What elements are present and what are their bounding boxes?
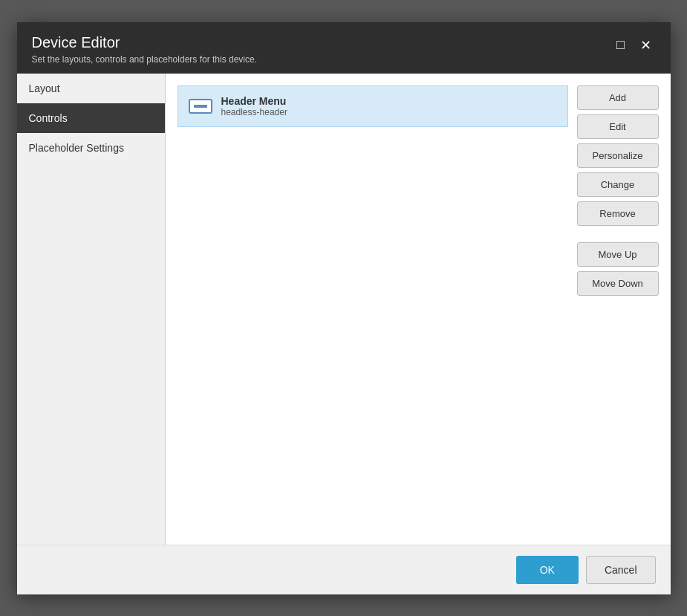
remove-button[interactable]: Remove bbox=[577, 201, 659, 226]
control-text: Header Menu headless-header bbox=[221, 95, 287, 117]
controls-list: Header Menu headless-header bbox=[178, 85, 568, 533]
dialog-body: Layout Controls Placeholder Settings Hea… bbox=[17, 74, 671, 545]
control-icon bbox=[189, 99, 212, 114]
maximize-button[interactable]: □ bbox=[611, 36, 631, 55]
move-up-button[interactable]: Move Up bbox=[577, 242, 659, 267]
button-spacer bbox=[577, 230, 659, 238]
control-name: Header Menu bbox=[221, 95, 287, 107]
dialog-header-controls: □ ✕ bbox=[611, 36, 656, 55]
control-icon-inner bbox=[194, 105, 207, 108]
cancel-button[interactable]: Cancel bbox=[586, 556, 656, 584]
edit-button[interactable]: Edit bbox=[577, 114, 659, 139]
action-buttons: Add Edit Personalize Change Remove Move … bbox=[577, 85, 659, 533]
control-sub: headless-header bbox=[221, 107, 287, 117]
change-button[interactable]: Change bbox=[577, 172, 659, 197]
dialog-subtitle: Set the layouts, controls and placeholde… bbox=[32, 54, 258, 65]
personalize-button[interactable]: Personalize bbox=[577, 143, 659, 168]
dialog-header-text: Device Editor Set the layouts, controls … bbox=[32, 34, 258, 65]
move-down-button[interactable]: Move Down bbox=[577, 271, 659, 296]
dialog-title: Device Editor bbox=[32, 34, 258, 51]
control-item[interactable]: Header Menu headless-header bbox=[178, 85, 568, 127]
close-button[interactable]: ✕ bbox=[636, 36, 656, 55]
main-content: Header Menu headless-header Add Edit Per… bbox=[166, 74, 671, 545]
ok-button[interactable]: OK bbox=[516, 556, 579, 584]
sidebar-item-layout[interactable]: Layout bbox=[17, 74, 165, 103]
sidebar-item-controls[interactable]: Controls bbox=[17, 103, 165, 133]
sidebar: Layout Controls Placeholder Settings bbox=[17, 74, 166, 545]
sidebar-item-placeholder-settings[interactable]: Placeholder Settings bbox=[17, 133, 165, 163]
dialog-footer: OK Cancel bbox=[17, 545, 671, 594]
device-editor-dialog: Device Editor Set the layouts, controls … bbox=[17, 22, 671, 594]
add-button[interactable]: Add bbox=[577, 85, 659, 110]
dialog-header: Device Editor Set the layouts, controls … bbox=[17, 22, 671, 74]
